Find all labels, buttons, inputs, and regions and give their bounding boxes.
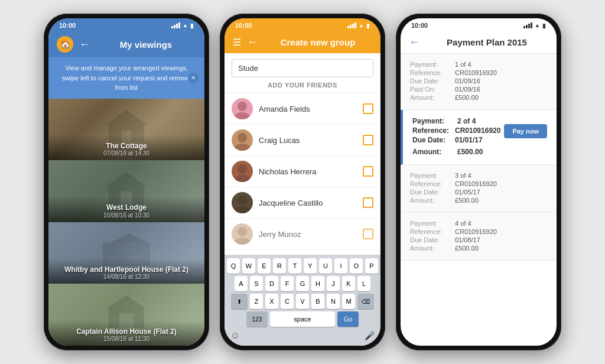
friend-avatar-2 [232, 161, 253, 182]
amount-label-3: Amount: [410, 197, 450, 204]
keyboard-row-4: 123 space Go [227, 311, 378, 327]
key-h[interactable]: H [311, 276, 324, 291]
property-item-1[interactable]: The Cottage 07/08/16 at 14:30 [48, 99, 204, 161]
amount-label-4: Amount: [410, 245, 450, 252]
phone-2: 10:00 ▲ ▮ ☰ ← Create new group ADD YOUR … [220, 14, 385, 350]
avatar-icon-1[interactable]: 🏠 [57, 36, 73, 53]
key-l[interactable]: L [357, 276, 370, 291]
key-z[interactable]: Z [250, 294, 263, 309]
key-v[interactable]: V [296, 294, 309, 309]
phone1-header: 🏠 ← My viewings [48, 31, 204, 57]
svg-point-14 [238, 133, 247, 142]
key-u[interactable]: U [319, 258, 332, 274]
key-delete[interactable]: ⌫ [357, 294, 374, 309]
keyboard-row-1: Q W E R T Y U I O P [227, 258, 378, 274]
friend-item-0[interactable]: Amanda Fields [225, 93, 380, 125]
hamburger-menu[interactable]: ☰ [233, 37, 241, 48]
pay-now-button[interactable]: Pay now [504, 124, 547, 138]
status-time-2: 10:00 [235, 22, 252, 29]
status-icons-2: ▲ ▮ [347, 22, 370, 29]
ref-value-2: CR010916920 [455, 126, 500, 135]
key-m[interactable]: M [342, 294, 355, 309]
friend-item-3[interactable]: Jacqueline Castillo [225, 187, 380, 219]
svg-point-19 [235, 206, 250, 213]
amount-value-4: £500.00 [455, 245, 479, 252]
emoji-button[interactable]: ☺ [230, 330, 240, 341]
key-t[interactable]: T [288, 258, 301, 274]
paid-value-1: 01/09/16 [455, 86, 480, 93]
svg-point-13 [235, 112, 250, 119]
due-value-2: 01/01/17 [455, 136, 483, 144]
property-date-4: 15/08/16 at 11:30 [53, 336, 200, 342]
key-d[interactable]: D [265, 276, 278, 291]
property-item-3[interactable]: Whitby and Hartlepool House (Flat 2) 14/… [48, 222, 204, 284]
mic-button[interactable]: 🎤 [365, 331, 375, 340]
property-overlay-4: Captain Allison House (Flat 2) 15/08/16 … [48, 320, 204, 346]
key-q[interactable]: Q [227, 258, 240, 274]
due-value-4: 01/08/17 [455, 236, 480, 243]
property-name-2: West Lodge [53, 203, 200, 212]
svg-marker-6 [112, 233, 147, 242]
key-shift[interactable]: ⬆ [231, 294, 248, 309]
keyboard-row-2: A S D F G H J K L [227, 276, 378, 291]
property-date-2: 10/08/16 at 10:30 [53, 212, 200, 219]
back-button-2[interactable]: ← [247, 36, 258, 48]
svg-point-12 [238, 102, 247, 111]
property-item-4[interactable]: Captain Allison House (Flat 2) 15/08/16 … [48, 284, 204, 346]
payment-value-3: 3 of 4 [455, 172, 471, 179]
friend-check-2[interactable] [363, 166, 373, 177]
payment-value-2: 2 of 4 [457, 117, 476, 125]
key-k[interactable]: K [342, 276, 355, 291]
payment-item-2: Payment: 2 of 4 Reference: CR010916920 D… [401, 110, 557, 165]
key-e[interactable]: E [258, 258, 271, 274]
friend-item-2[interactable]: Nicholas Herrera [225, 156, 380, 187]
payment-label-2: Payment: [412, 117, 453, 125]
property-date-3: 14/08/16 at 12:30 [53, 274, 200, 280]
key-go[interactable]: Go [337, 311, 359, 327]
friend-check-0[interactable] [363, 103, 373, 114]
key-y[interactable]: Y [304, 258, 317, 274]
key-p[interactable]: P [365, 258, 378, 274]
key-n[interactable]: N [327, 294, 340, 309]
search-input[interactable] [232, 59, 373, 77]
back-button-1[interactable]: ← [79, 38, 90, 51]
key-b[interactable]: B [311, 294, 324, 309]
friend-check-4[interactable] [363, 229, 373, 239]
friend-name-1: Craig Lucas [259, 136, 357, 145]
friend-check-3[interactable] [363, 197, 373, 208]
amount-value-1: £500.00 [455, 94, 479, 101]
page-title-1: My viewings [96, 40, 196, 50]
key-123[interactable]: 123 [246, 311, 268, 327]
key-g[interactable]: G [296, 276, 309, 291]
signal-bars-3 [523, 22, 532, 28]
ref-label-3: Reference: [410, 180, 450, 187]
property-overlay-2: West Lodge 10/08/16 at 10:30 [48, 196, 204, 222]
key-j[interactable]: J [327, 276, 340, 291]
status-icons-3: ▲ ▮ [523, 22, 546, 29]
key-a[interactable]: A [235, 276, 248, 291]
friend-check-1[interactable] [363, 135, 373, 145]
amount-label-1: Amount: [410, 94, 450, 101]
key-space[interactable]: space [270, 311, 335, 327]
due-label-3: Due Date: [410, 188, 450, 196]
back-button-3[interactable]: ← [409, 36, 419, 48]
key-s[interactable]: S [250, 276, 263, 291]
friend-item-4[interactable]: Jerry Munoz [225, 219, 380, 250]
payment-label-1: Payment: [410, 61, 450, 68]
amount-value-2: £500.00 [457, 148, 483, 156]
search-section [225, 53, 380, 77]
key-w[interactable]: W [242, 258, 255, 274]
key-i[interactable]: I [334, 258, 347, 274]
due-label-1: Due Date: [410, 77, 450, 84]
key-f[interactable]: F [281, 276, 294, 291]
payment-label-3: Payment: [410, 172, 450, 179]
key-x[interactable]: X [265, 294, 278, 309]
active-payment-details: Payment: 2 of 4 Reference: CR010916920 D… [412, 117, 504, 145]
key-c[interactable]: C [281, 294, 294, 309]
friend-item-1[interactable]: Craig Lucas [225, 125, 380, 156]
key-o[interactable]: O [350, 258, 363, 274]
property-item-2[interactable]: West Lodge 10/08/16 at 10:30 [48, 160, 204, 222]
close-button[interactable]: ✕ [188, 73, 199, 83]
svg-marker-9 [109, 295, 144, 307]
key-r[interactable]: R [273, 258, 286, 274]
